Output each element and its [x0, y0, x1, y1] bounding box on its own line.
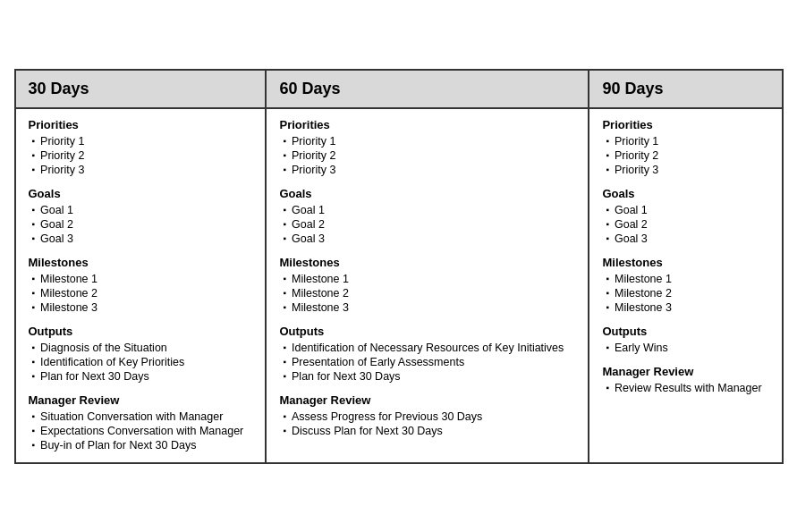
list-item: Goal 1: [32, 204, 253, 216]
list-item: Early Wins: [606, 342, 768, 354]
list-item: Identification of Necessary Resources of…: [283, 342, 575, 354]
section-list-col2-sec3: Early Wins: [602, 342, 768, 354]
header-col-2: 90 Days: [589, 70, 782, 108]
list-item: Goal 3: [606, 232, 768, 245]
list-item: Priority 2: [606, 149, 768, 162]
section-list-col0-sec0: Priority 1Priority 2Priority 3: [29, 135, 253, 176]
section-title-col0-sec3: Outputs: [29, 325, 253, 338]
list-item: Milestone 1: [283, 273, 575, 285]
header-col-1: 60 Days: [266, 70, 589, 108]
section-title-col1-sec2: Milestones: [279, 256, 575, 269]
list-item: Milestone 3: [606, 301, 768, 314]
list-item: Milestone 2: [32, 287, 253, 300]
section-title-col2-sec0: Priorities: [602, 118, 768, 131]
list-item: Discuss Plan for Next 30 Days: [283, 425, 575, 437]
header-col-0: 30 Days: [15, 70, 267, 108]
list-item: Milestone 3: [32, 301, 253, 314]
section-title-col2-sec1: Goals: [602, 187, 768, 200]
section-title-col0-sec2: Milestones: [29, 256, 253, 269]
section-title-col0-sec1: Goals: [29, 187, 253, 200]
list-item: Assess Progress for Previous 30 Days: [283, 410, 575, 423]
list-item: Goal 1: [283, 204, 575, 216]
list-item: Priority 2: [283, 149, 575, 162]
list-item: Milestone 1: [32, 273, 253, 285]
list-item: Priority 1: [283, 135, 575, 148]
list-item: Plan for Next 30 Days: [283, 370, 575, 383]
section-title-col1-sec1: Goals: [279, 187, 575, 200]
section-list-col1-sec4: Assess Progress for Previous 30 DaysDisc…: [279, 410, 575, 437]
list-item: Priority 3: [283, 164, 575, 176]
section-list-col2-sec1: Goal 1Goal 2Goal 3: [602, 204, 768, 245]
list-item: Identification of Key Priorities: [32, 356, 253, 368]
section-title-col0-sec0: Priorities: [29, 118, 253, 131]
section-title-col1-sec3: Outputs: [279, 325, 575, 338]
list-item: Goal 3: [32, 232, 253, 245]
section-list-col0-sec2: Milestone 1Milestone 2Milestone 3: [29, 273, 253, 314]
section-list-col1-sec1: Goal 1Goal 2Goal 3: [279, 204, 575, 245]
list-item: Priority 3: [606, 164, 768, 176]
section-list-col2-sec2: Milestone 1Milestone 2Milestone 3: [602, 273, 768, 314]
list-item: Milestone 2: [606, 287, 768, 300]
list-item: Plan for Next 30 Days: [32, 370, 253, 383]
list-item: Priority 3: [32, 164, 253, 176]
list-item: Goal 2: [283, 218, 575, 231]
content-col-0: PrioritiesPriority 1Priority 2Priority 3…: [15, 108, 267, 463]
section-list-col1-sec3: Identification of Necessary Resources of…: [279, 342, 575, 383]
list-item: Priority 2: [32, 149, 253, 162]
section-list-col0-sec3: Diagnosis of the SituationIdentification…: [29, 342, 253, 383]
list-item: Diagnosis of the Situation: [32, 342, 253, 354]
section-title-col0-sec4: Manager Review: [29, 393, 253, 407]
list-item: Milestone 3: [283, 301, 575, 314]
section-list-col1-sec2: Milestone 1Milestone 2Milestone 3: [279, 273, 575, 314]
section-title-col1-sec0: Priorities: [279, 118, 575, 131]
list-item: Goal 1: [606, 204, 768, 216]
list-item: Expectations Conversation with Manager: [32, 425, 253, 437]
list-item: Priority 1: [32, 135, 253, 148]
section-list-col2-sec4: Review Results with Manager: [602, 382, 768, 394]
section-title-col2-sec4: Manager Review: [602, 365, 768, 378]
list-item: Presentation of Early Assessments: [283, 356, 575, 368]
section-title-col2-sec2: Milestones: [602, 256, 768, 269]
content-col-2: PrioritiesPriority 1Priority 2Priority 3…: [589, 108, 782, 463]
section-list-col0-sec4: Situation Conversation with ManagerExpec…: [29, 410, 253, 452]
section-title-col1-sec4: Manager Review: [279, 393, 575, 407]
section-list-col2-sec0: Priority 1Priority 2Priority 3: [602, 135, 768, 176]
section-title-col2-sec3: Outputs: [602, 325, 768, 338]
list-item: Milestone 2: [283, 287, 575, 300]
list-item: Goal 3: [283, 232, 575, 245]
list-item: Buy-in of Plan for Next 30 Days: [32, 439, 253, 452]
list-item: Goal 2: [606, 218, 768, 231]
plan-table: 30 Days60 Days90 Days PrioritiesPriority…: [14, 69, 784, 464]
list-item: Review Results with Manager: [606, 382, 768, 394]
content-col-1: PrioritiesPriority 1Priority 2Priority 3…: [266, 108, 589, 463]
list-item: Goal 2: [32, 218, 253, 231]
list-item: Situation Conversation with Manager: [32, 410, 253, 423]
section-list-col0-sec1: Goal 1Goal 2Goal 3: [29, 204, 253, 245]
section-list-col1-sec0: Priority 1Priority 2Priority 3: [279, 135, 575, 176]
list-item: Milestone 1: [606, 273, 768, 285]
list-item: Priority 1: [606, 135, 768, 148]
